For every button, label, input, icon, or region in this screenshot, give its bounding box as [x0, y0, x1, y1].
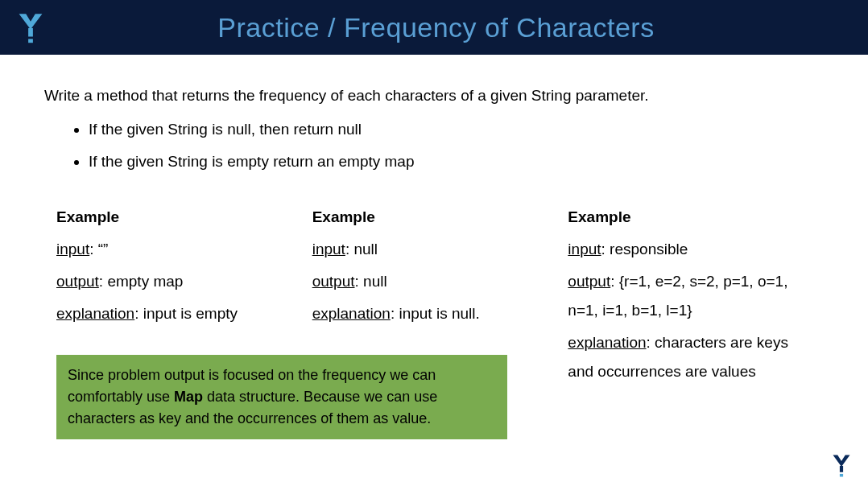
example-explanation: explanation: input is null.: [312, 299, 552, 328]
example-input: input: null: [312, 235, 552, 264]
example-heading: Example: [312, 203, 552, 232]
example-output: output: empty map: [56, 267, 296, 296]
example-explanation: explanation: input is empty: [56, 299, 296, 328]
example-block: Example input: responsible output: {r=1,…: [568, 203, 824, 390]
svg-rect-1: [28, 28, 33, 37]
hint-box: Since problem output is focused on the f…: [56, 355, 507, 439]
hint-text-bold: Map: [174, 389, 203, 405]
example-output: output: null: [312, 267, 552, 296]
logo-icon: [8, 6, 52, 50]
example-heading: Example: [56, 203, 296, 232]
intro-text: Write a method that returns the frequenc…: [44, 87, 824, 105]
svg-rect-4: [840, 474, 843, 477]
slide-title: Practice / Frequency of Characters: [52, 12, 868, 43]
bullet-item: If the given String is empty return an e…: [89, 153, 824, 171]
corner-logo-icon: [829, 452, 854, 480]
svg-rect-3: [840, 466, 843, 472]
slide-content: Write a method that returns the frequenc…: [0, 55, 868, 390]
bullet-item: If the given String is null, then return…: [89, 121, 824, 138]
bullet-list: If the given String is null, then return…: [44, 121, 824, 171]
example-input: input: “”: [56, 235, 296, 264]
example-explanation: explanation: characters are keys and occ…: [568, 328, 808, 386]
example-output: output: {r=1, e=2, s=2, p=1, o=1, n=1, i…: [568, 267, 808, 325]
example-input: input: responsible: [568, 235, 808, 264]
slide-header: Practice / Frequency of Characters: [0, 0, 868, 55]
svg-rect-2: [28, 39, 33, 43]
example-heading: Example: [568, 203, 808, 232]
